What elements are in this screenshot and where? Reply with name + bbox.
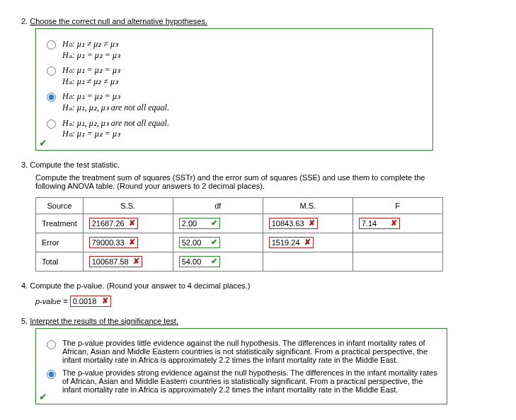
q2-radio-3[interactable] — [47, 93, 56, 102]
check-icon: ✔ — [211, 238, 217, 247]
q2-option-3[interactable]: H₀: μ₁ = μ₂ = μ₃ Hₐ: μ₁, μ₂, μ₃ are not … — [43, 91, 425, 113]
q5-option-2[interactable]: The p-value provides strong evidence aga… — [43, 368, 440, 394]
cell-treatment-f[interactable]: 7.14✘ — [359, 218, 400, 229]
cell-error-df[interactable]: 52.00✔ — [179, 237, 220, 248]
cell-total-df[interactable]: 54.00✔ — [179, 256, 220, 267]
table-header-row: Source S.S. df M.S. F — [36, 197, 443, 214]
x-icon: ✘ — [309, 218, 315, 228]
check-icon: ✔ — [211, 218, 217, 228]
q5-option-box: The p-value provides little evidence aga… — [35, 328, 447, 404]
check-icon: ✔ — [39, 391, 47, 402]
q2-option-2[interactable]: H₀: μ₁ = μ₂ = μ₃ Hₐ: μ₁ ≠ μ₂ ≠ μ₃ — [43, 65, 425, 87]
cell-treatment-ms[interactable]: 10843.63✘ — [269, 218, 318, 229]
pvalue-field[interactable]: 0.0018✘ — [70, 296, 111, 307]
x-icon: ✘ — [304, 238, 311, 247]
q3-detail: Compute the treatment sum of squares (SS… — [35, 173, 453, 190]
table-row: Total 100687.58✘ 54.00✔ — [36, 252, 443, 271]
q3-prompt: 3. Compute the test statistic. — [21, 161, 495, 169]
x-icon: ✘ — [391, 218, 397, 228]
q2-radio-2[interactable] — [47, 66, 56, 76]
anova-table: Source S.S. df M.S. F Treatment 21687.26… — [35, 197, 443, 272]
q5-prompt: 5. Interpret the results of the signific… — [21, 317, 495, 325]
q5-option-1[interactable]: The p-value provides little evidence aga… — [43, 339, 440, 364]
q2-radio-4[interactable] — [47, 119, 56, 129]
table-row: Error 79000.33✘ 52.00✔ 1519.24✘ — [36, 233, 443, 252]
x-icon: ✘ — [102, 296, 108, 305]
table-row: Treatment 21687.26✘ 2.00✔ 10843.63✘ 7.14… — [36, 214, 443, 233]
q5-radio-2[interactable] — [47, 370, 56, 379]
q2-option-4[interactable]: Hₐ: μ₁, μ₂, μ₃ are not all equal. H₀: μ₁… — [43, 118, 425, 140]
cell-treatment-df[interactable]: 2.00✔ — [179, 218, 220, 229]
q2-option-box: H₀: μ₁ ≠ μ₂ ≠ μ₃ Hₐ: μ₁ = μ₂ = μ₃ H₀: μ₁… — [35, 28, 433, 151]
q5-option-2-text: The p-value provides strong evidence aga… — [62, 368, 440, 394]
q5-option-1-text: The p-value provides little evidence aga… — [62, 339, 440, 364]
cell-total-ss[interactable]: 100687.58✘ — [89, 256, 142, 267]
cell-treatment-ss[interactable]: 21687.26✘ — [89, 218, 138, 229]
pvalue-line: p-value = 0.0018✘ — [35, 296, 495, 307]
q2-radio-1[interactable] — [47, 40, 56, 49]
q5-radio-1[interactable] — [47, 340, 56, 349]
cell-error-ms[interactable]: 1519.24✘ — [269, 237, 314, 248]
q2-option-1[interactable]: H₀: μ₁ ≠ μ₂ ≠ μ₃ Hₐ: μ₁ = μ₂ = μ₃ — [43, 39, 425, 61]
x-icon: ✘ — [129, 238, 135, 247]
q2-prompt: 2. Choose the correct null and alternati… — [21, 17, 495, 25]
check-icon: ✔ — [39, 137, 47, 148]
x-icon: ✘ — [133, 257, 139, 266]
cell-error-ss[interactable]: 79000.33✘ — [89, 237, 138, 248]
q4-prompt: 4. Compute the p-value. (Round your answ… — [21, 281, 495, 290]
x-icon: ✘ — [129, 218, 135, 228]
check-icon: ✔ — [211, 257, 217, 266]
